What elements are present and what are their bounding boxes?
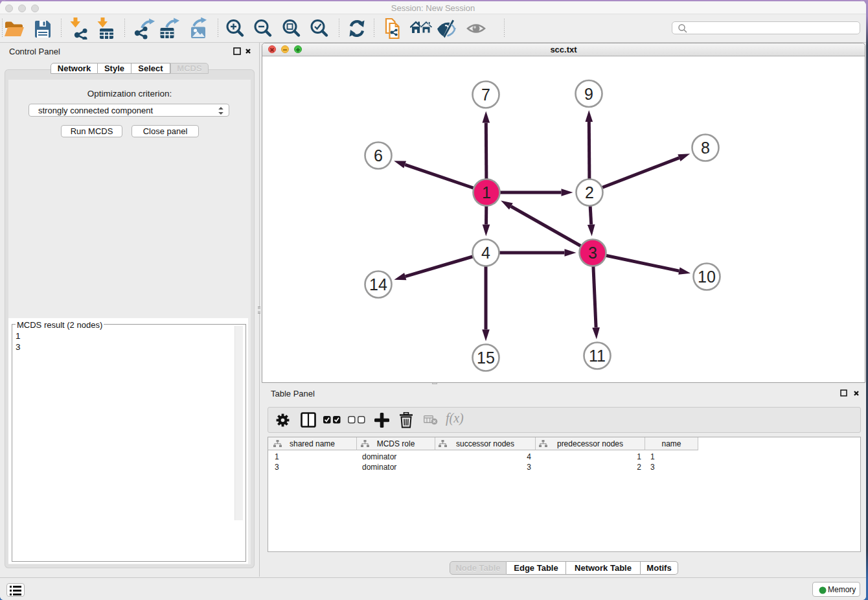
- svg-text:4: 4: [481, 244, 490, 262]
- svg-text:11: 11: [589, 347, 606, 365]
- svg-text:1: 1: [482, 183, 491, 202]
- svg-text:8: 8: [701, 139, 710, 157]
- svg-text:14: 14: [369, 275, 387, 294]
- svg-text:9: 9: [584, 85, 593, 103]
- svg-text:10: 10: [698, 268, 716, 286]
- svg-text:6: 6: [374, 146, 383, 165]
- svg-text:2: 2: [585, 183, 594, 202]
- svg-text:3: 3: [588, 244, 597, 262]
- svg-text:7: 7: [481, 86, 490, 104]
- svg-text:15: 15: [477, 349, 495, 367]
